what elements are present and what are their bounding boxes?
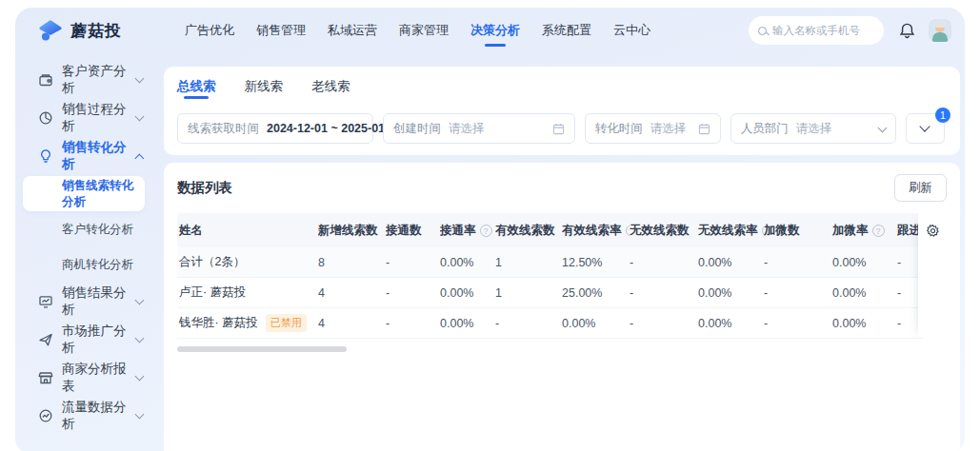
search-icon	[758, 27, 767, 35]
nav-item-merchant-management[interactable]: 商家管理	[399, 16, 449, 45]
data-list-title: 数据列表	[177, 179, 232, 197]
table-row[interactable]: 钱华胜· 蘑菇投 已禁用 4 - 0.00% - 0.00% - 0.00% -…	[177, 308, 947, 339]
convert-time-picker[interactable]: 转化时间 请选择	[585, 113, 721, 144]
col-connect-rate[interactable]: 接通率 ?	[440, 223, 495, 239]
nav-item-decision-analysis[interactable]: 决策分析	[470, 16, 520, 45]
calendar-icon	[690, 123, 710, 135]
sidebar-item-marketing-promotion[interactable]: 市场推广分析	[15, 321, 156, 359]
brand-logo-icon	[38, 18, 63, 43]
col-invalid-rate[interactable]: 无效线索率 ?	[698, 223, 764, 239]
sidebar-item-sales-process[interactable]: 销售过程分析	[15, 99, 156, 137]
sidebar-item-merchant-reports[interactable]: 商家分析报表	[15, 359, 156, 397]
notification-bell-icon[interactable]	[899, 22, 915, 39]
filter-collapse-button[interactable]: 1	[906, 113, 945, 144]
col-valid-leads[interactable]: 有效线索数	[495, 223, 562, 239]
main-content: 总线索 新线索 老线索 线索获取时间 2024-12-01 ~ 2025-01-…	[156, 53, 965, 451]
nav-item-ad-optimization[interactable]: 广告优化	[185, 16, 234, 45]
monitor-chart-icon	[38, 294, 53, 309]
lead-tabs: 总线索 新线索 老线索	[177, 75, 947, 102]
disabled-badge: 已禁用	[266, 314, 307, 332]
wallet-icon	[38, 72, 53, 88]
sidebar-item-sales-conversion[interactable]: 销售转化分析	[15, 137, 156, 175]
lightbulb-icon	[38, 148, 53, 164]
chevron-down-icon	[920, 121, 930, 131]
tab-new-leads[interactable]: 新线索	[245, 75, 284, 95]
create-time-picker[interactable]: 创建时间 请选择	[383, 113, 575, 144]
global-search-input[interactable]: 输入名称或手机号	[749, 16, 884, 45]
chevron-down-icon	[871, 127, 886, 131]
sidebar-item-traffic-data[interactable]: 流量数据分析	[15, 397, 156, 435]
nav-item-system-config[interactable]: 系统配置	[542, 16, 591, 45]
tab-all-leads[interactable]: 总线索	[177, 75, 216, 95]
data-list-card: 数据列表 刷新 姓名 新增线索数 接通数 接通率 ? 有效线索数	[164, 163, 960, 451]
storefront-icon	[38, 370, 53, 385]
nav-item-private-domain[interactable]: 私域运营	[328, 16, 377, 45]
filter-card: 总线索 新线索 老线索 线索获取时间 2024-12-01 ~ 2025-01-…	[164, 67, 960, 155]
sidebar-subitem-lead-conversion[interactable]: 销售线索转化分析	[23, 176, 145, 211]
refresh-button[interactable]: 刷新	[894, 174, 947, 202]
nav-item-sales-management[interactable]: 销售管理	[256, 16, 306, 45]
column-settings-gear-icon[interactable]	[926, 224, 940, 238]
main-nav: 广告优化 销售管理 私域运营 商家管理 决策分析 系统配置 云中心	[185, 16, 650, 45]
table-row[interactable]: 合计（2条） 8 - 0.00% 1 12.50% - 0.00% - 0.00…	[177, 247, 947, 278]
brand[interactable]: 蘑菇投	[38, 18, 162, 43]
sidebar-item-customer-assets[interactable]: 客户资产分析	[15, 61, 156, 99]
nav-item-cloud-center[interactable]: 云中心	[613, 16, 650, 45]
app-window: 蘑菇投 广告优化 销售管理 私域运营 商家管理 决策分析 系统配置 云中心 输入…	[15, 8, 965, 451]
col-wechat-added[interactable]: 加微数	[764, 223, 832, 239]
sidebar-item-sales-results[interactable]: 销售结果分析	[15, 283, 156, 321]
trend-circle-icon	[38, 408, 53, 423]
tab-old-leads[interactable]: 老线索	[311, 75, 350, 95]
sidebar-subitem-opportunity-conversion[interactable]: 商机转化分析	[15, 247, 156, 283]
sidebar-subitem-customer-conversion[interactable]: 客户转化分析	[15, 212, 156, 247]
top-bar: 蘑菇投 广告优化 销售管理 私域运营 商家管理 决策分析 系统配置 云中心 输入…	[15, 8, 965, 53]
sidebar: 客户资产分析 销售过程分析 销售转化分析 销售线索转化分析 客户转化分析 商机转…	[15, 53, 156, 451]
help-icon[interactable]: ?	[872, 225, 885, 237]
col-new-leads[interactable]: 新增线索数	[318, 223, 386, 239]
col-valid-rate[interactable]: 有效线索率 ?	[562, 223, 630, 239]
col-name[interactable]: 姓名	[177, 223, 318, 239]
table-header-row: 姓名 新增线索数 接通数 接通率 ? 有效线索数 有效线索率 ? 无效线索数	[177, 213, 947, 247]
horizontal-scrollbar[interactable]	[177, 346, 347, 352]
calendar-icon	[545, 123, 565, 135]
fixed-settings-column	[918, 213, 947, 339]
pie-chart-icon	[38, 110, 53, 126]
col-wechat-rate[interactable]: 加微率 ?	[832, 223, 897, 239]
lead-time-range-picker[interactable]: 线索获取时间 2024-12-01 ~ 2025-01-31	[177, 113, 373, 144]
table-row[interactable]: 卢正· 蘑菇投 4 - 0.00% 1 25.00% - 0.00% - 0.0…	[177, 278, 947, 308]
col-invalid-leads[interactable]: 无效线索数	[630, 223, 698, 239]
active-filter-count-badge: 1	[935, 108, 950, 123]
col-connected[interactable]: 接通数	[386, 223, 440, 239]
department-select[interactable]: 人员部门 请选择	[730, 113, 896, 144]
help-icon[interactable]: ?	[480, 225, 492, 237]
paper-plane-icon	[38, 332, 53, 347]
brand-name: 蘑菇投	[70, 20, 122, 42]
search-placeholder: 输入名称或手机号	[772, 24, 860, 38]
data-table: 姓名 新增线索数 接通数 接通率 ? 有效线索数 有效线索率 ? 无效线索数	[177, 213, 947, 352]
user-avatar[interactable]	[929, 19, 951, 42]
filter-row: 线索获取时间 2024-12-01 ~ 2025-01-31 创建时间 请选择	[177, 113, 947, 144]
